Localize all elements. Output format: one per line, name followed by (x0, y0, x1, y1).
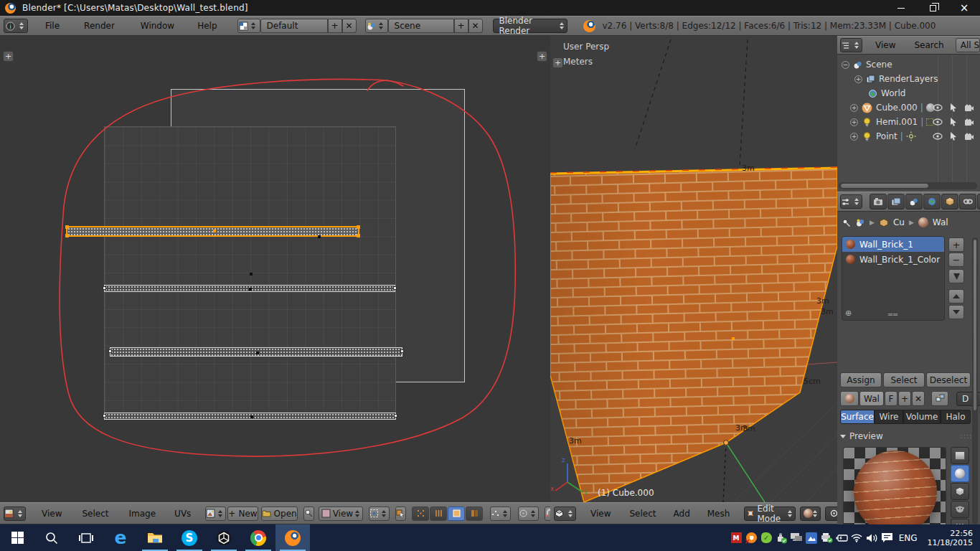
tray-adobe-icon[interactable]: M (729, 524, 744, 551)
expand-icon[interactable]: + (850, 104, 858, 112)
preview-flat-button[interactable] (951, 447, 969, 464)
skype-icon[interactable]: S (172, 524, 207, 551)
editor-type-properties-button[interactable] (840, 194, 862, 209)
uv-sync-selection-toggle[interactable] (395, 507, 406, 521)
outliner-item-world[interactable]: World (837, 86, 980, 100)
preview-monkey-button[interactable] (951, 501, 969, 518)
renderability-camera-icon[interactable] (964, 104, 974, 112)
minimize-button[interactable] (885, 0, 917, 16)
material-type-volume[interactable]: Volume (903, 410, 941, 424)
viewport-shading-dropdown[interactable] (800, 507, 821, 521)
tray-update-icon[interactable]: × (744, 524, 759, 551)
use-nodes-button[interactable] (931, 391, 948, 406)
editor-type-3dview-button[interactable] (554, 507, 576, 521)
taskbar-clock[interactable]: 22:56 11/18/2015 (928, 524, 973, 551)
select-mode-island-button[interactable] (466, 507, 483, 521)
uv-menu-select[interactable]: Select (75, 509, 116, 519)
properties-scrollbar[interactable] (972, 237, 978, 524)
material-type-wire[interactable]: Wire (875, 410, 903, 424)
material-type-surface[interactable]: Surface (840, 410, 875, 424)
select-mode-face-button[interactable] (448, 507, 465, 521)
region-expand-icon[interactable]: + (537, 51, 547, 62)
screen-layout-icon-button[interactable] (237, 19, 260, 33)
select-mode-vertex-button[interactable] (412, 507, 429, 521)
object-crumb-label[interactable]: Cu (893, 217, 905, 227)
language-indicator[interactable]: ENG (895, 524, 922, 551)
sticky-selection-dropdown[interactable] (490, 507, 511, 521)
expand-icon[interactable]: + (850, 118, 858, 126)
blender-taskbar-icon[interactable] (275, 524, 310, 551)
tray-app-blue-icon[interactable] (804, 524, 819, 551)
editor-type-info-button[interactable]: i (4, 19, 28, 33)
tab-constraints[interactable] (959, 194, 976, 209)
tab-render-layers[interactable] (887, 194, 905, 209)
preview-hair-button[interactable] (951, 519, 969, 524)
v3d-menu-view[interactable]: View (583, 509, 618, 519)
pin-icon[interactable] (303, 507, 314, 521)
region-expand-icon[interactable]: + (552, 57, 563, 68)
tray-antivirus-icon[interactable]: ✓ (759, 524, 774, 551)
selectability-cursor-icon[interactable] (950, 132, 957, 141)
material-type-halo[interactable]: Halo (941, 410, 971, 424)
material-specials-menu-button[interactable] (948, 269, 964, 283)
uv-menu-view[interactable]: View (34, 509, 69, 519)
browse-material-button[interactable] (840, 391, 859, 406)
selected-vertex[interactable] (724, 441, 729, 446)
material-name-field[interactable]: Wal (859, 391, 884, 406)
mode-dropdown[interactable]: Edit Mode (744, 507, 796, 521)
outliner-item-scene[interactable]: − Scene (837, 57, 980, 72)
menu-window[interactable]: Window (133, 21, 182, 31)
add-scene-button[interactable]: + (454, 19, 468, 33)
renderability-camera-icon[interactable] (964, 118, 974, 126)
region-expand-icon[interactable]: + (3, 51, 14, 62)
v3d-menu-select[interactable]: Select (622, 509, 663, 519)
start-button[interactable] (0, 524, 34, 551)
menu-file[interactable]: File (38, 21, 67, 31)
outliner-menu-view[interactable]: View (868, 40, 903, 50)
pivot-dropdown[interactable] (369, 507, 390, 521)
edge-icon[interactable]: e (103, 524, 138, 551)
outliner-item-hemi[interactable]: + Hemi.001 | (837, 115, 980, 129)
tab-object[interactable] (941, 194, 958, 209)
visibility-eye-icon[interactable] (933, 104, 943, 111)
preview-cube-button[interactable] (951, 483, 969, 500)
tray-volume-icon[interactable] (864, 524, 880, 551)
render-engine-dropdown[interactable]: Blender Render (493, 19, 567, 33)
v3d-menu-mesh[interactable]: Mesh (700, 509, 738, 519)
delete-screen-layout-button[interactable]: ✕ (342, 19, 357, 33)
move-slot-down-button[interactable] (948, 305, 964, 319)
select-mode-edge-button[interactable] (430, 507, 447, 521)
image-browse-button[interactable] (205, 507, 226, 521)
scene-icon-button[interactable] (365, 19, 388, 33)
visibility-eye-icon[interactable] (933, 133, 943, 140)
scene-field[interactable]: Scene (388, 19, 454, 33)
v3d-menu-add[interactable]: Add (666, 509, 697, 519)
add-screen-layout-button[interactable]: + (328, 19, 342, 33)
tab-render[interactable] (870, 194, 887, 209)
material-crumb-icon[interactable] (918, 217, 928, 227)
expand-icon[interactable]: + (854, 75, 862, 83)
tab-modifiers[interactable] (977, 194, 980, 209)
image-new-button[interactable]: +New (227, 507, 258, 521)
panel-grip-icon[interactable]: :::: (961, 433, 972, 440)
collapse-icon[interactable]: − (842, 61, 849, 69)
proportional-edit-dropdown[interactable] (518, 507, 539, 521)
screen-layout-field[interactable]: Default (260, 19, 328, 33)
move-slot-up-button[interactable] (948, 289, 964, 303)
material-crumb-label[interactable]: Wal (933, 217, 948, 227)
outliner-menu-search[interactable]: Search (907, 40, 951, 50)
material-slot[interactable]: Wall_Brick_1_Color (842, 252, 944, 267)
scene-crumb-icon[interactable] (855, 218, 865, 227)
menu-help[interactable]: Help (190, 21, 224, 31)
outliner-item-point[interactable]: + Point | (837, 129, 980, 143)
preview-sphere-button[interactable] (951, 465, 969, 482)
outliner-scrollbar[interactable] (839, 182, 977, 189)
outliner-item-renderlayers[interactable]: + RenderLayers (837, 72, 980, 86)
search-icon[interactable] (34, 524, 69, 551)
deselect-button[interactable]: Deselect (926, 372, 971, 387)
restore-button[interactable] (917, 0, 948, 16)
add-material-slot-button[interactable]: + (948, 237, 964, 252)
selectability-cursor-icon[interactable] (950, 103, 957, 112)
expand-icon[interactable]: + (850, 133, 858, 141)
uv-menu-uvs[interactable]: UVs (167, 509, 198, 519)
